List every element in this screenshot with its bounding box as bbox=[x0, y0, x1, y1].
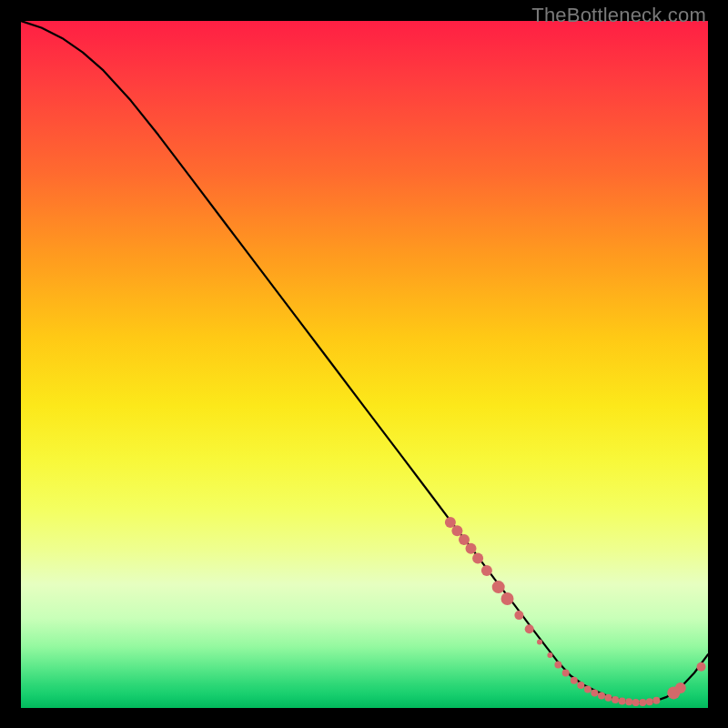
curve-marker bbox=[472, 552, 483, 563]
curve-markers bbox=[445, 517, 706, 706]
curve-marker bbox=[459, 534, 470, 545]
curve-marker bbox=[612, 696, 619, 703]
watermark-text: TheBottleneck.com bbox=[531, 4, 706, 27]
curve-marker bbox=[577, 682, 584, 689]
curve-marker bbox=[639, 699, 646, 706]
curve-marker bbox=[646, 698, 653, 705]
curve-marker bbox=[451, 525, 462, 536]
curve-marker bbox=[562, 670, 570, 677]
curve-marker bbox=[514, 611, 523, 620]
curve-marker bbox=[591, 689, 598, 696]
bottleneck-curve-svg bbox=[21, 21, 708, 708]
curve-marker bbox=[537, 640, 542, 645]
curve-marker bbox=[697, 662, 706, 672]
curve-marker bbox=[481, 565, 492, 576]
curve-marker bbox=[652, 697, 660, 704]
curve-marker bbox=[554, 661, 561, 668]
curve-marker bbox=[501, 592, 514, 605]
curve-marker bbox=[492, 581, 505, 593]
curve-marker bbox=[598, 692, 605, 699]
chart-frame: TheBottleneck.com bbox=[0, 0, 728, 728]
curve-marker bbox=[466, 543, 477, 554]
curve-marker bbox=[619, 698, 626, 705]
curve-marker bbox=[632, 699, 640, 706]
bottleneck-curve-path bbox=[21, 21, 708, 703]
curve-marker bbox=[605, 694, 612, 702]
curve-marker bbox=[584, 686, 592, 693]
curve-marker bbox=[525, 624, 534, 633]
curve-marker bbox=[547, 652, 552, 658]
curve-marker bbox=[675, 682, 686, 693]
curve-marker bbox=[625, 698, 632, 705]
curve-marker bbox=[571, 677, 578, 684]
chart-plot-area bbox=[21, 21, 708, 708]
